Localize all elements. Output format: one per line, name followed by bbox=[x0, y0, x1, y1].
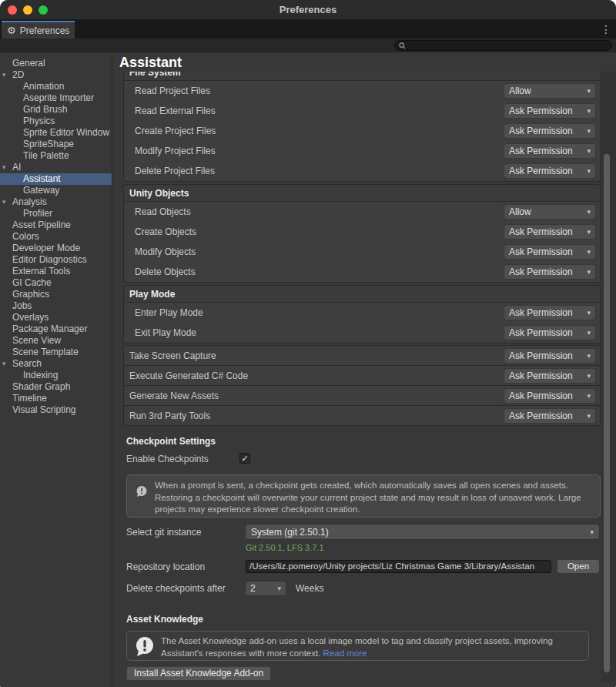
dropdown-value: Ask Permission bbox=[509, 146, 573, 156]
permission-dropdown[interactable]: Ask Permission▾ bbox=[504, 245, 595, 259]
dropdown-value: Ask Permission bbox=[509, 350, 573, 361]
sidebar-item-external-tools[interactable]: External Tools bbox=[0, 266, 112, 277]
expander-caret-icon[interactable]: ▾ bbox=[2, 69, 6, 81]
sidebar-item-label: Profiler bbox=[23, 208, 52, 219]
scrollbar-thumb[interactable] bbox=[604, 154, 610, 672]
sidebar-item-gateway[interactable]: Gateway bbox=[0, 185, 112, 196]
permission-dropdown[interactable]: Ask Permission▾ bbox=[504, 369, 595, 383]
enable-checkpoints-label: Enable Checkpoints bbox=[126, 454, 209, 464]
permission-section-play-mode: Play ModeEnter Play ModeAsk Permission▾E… bbox=[123, 285, 601, 344]
chevron-down-icon: ▾ bbox=[590, 528, 594, 536]
sidebar-item-assistant[interactable]: Assistant bbox=[0, 173, 112, 185]
sidebar-item-asset-pipeline[interactable]: Asset Pipeline bbox=[0, 220, 112, 231]
delete-after-dropdown[interactable]: 2 ▾ bbox=[246, 581, 286, 595]
sidebar-item-sprite-editor-window[interactable]: Sprite Editor Window bbox=[0, 127, 112, 139]
permission-dropdown[interactable]: Ask Permission▾ bbox=[504, 265, 595, 279]
sidebar-item-tile-palette[interactable]: Tile Palette bbox=[0, 150, 112, 162]
permission-row: Run 3rd Party ToolsAsk Permission▾ bbox=[123, 405, 601, 426]
permission-dropdown[interactable]: Ask Permission▾ bbox=[504, 326, 595, 340]
gear-icon: ⚙ bbox=[7, 25, 16, 35]
sidebar-item-indexing[interactable]: Indexing bbox=[0, 370, 112, 381]
sidebar-item-spriteshape[interactable]: SpriteShape bbox=[0, 139, 112, 150]
sidebar-item-ai[interactable]: ▾AI bbox=[0, 162, 112, 173]
permission-row: Execute Generated C# CodeAsk Permission▾ bbox=[123, 365, 601, 386]
permission-dropdown[interactable]: Ask Permission▾ bbox=[504, 225, 595, 239]
expander-caret-icon[interactable]: ▾ bbox=[2, 196, 6, 208]
search-input[interactable] bbox=[409, 42, 601, 50]
sidebar-item-package-manager[interactable]: Package Manager bbox=[0, 323, 112, 335]
install-asset-knowledge-button[interactable]: Install Asset Knowledge Add-on bbox=[126, 666, 271, 681]
sidebar-item-colors[interactable]: Colors bbox=[0, 231, 112, 243]
asset-knowledge-header: Asset Knowledge bbox=[126, 614, 203, 625]
sidebar-item-physics[interactable]: Physics bbox=[0, 116, 112, 127]
sidebar-item-scene-template[interactable]: Scene Template bbox=[0, 347, 112, 358]
sidebar-item-shader-graph[interactable]: Shader Graph bbox=[0, 381, 112, 393]
enable-checkpoints-checkbox[interactable]: ✓ bbox=[239, 453, 250, 464]
dropdown-value: Allow bbox=[509, 85, 531, 96]
sidebar-item-timeline[interactable]: Timeline bbox=[0, 393, 112, 404]
permission-dropdown[interactable]: Ask Permission▾ bbox=[504, 104, 595, 118]
sidebar-item-grid-brush[interactable]: Grid Brush bbox=[0, 104, 112, 116]
git-instance-dropdown[interactable]: System (git 2.50.1) ▾ bbox=[246, 524, 599, 539]
permission-label: Delete Objects bbox=[135, 266, 196, 277]
sidebar-item-gi-cache[interactable]: GI Cache bbox=[0, 277, 112, 289]
chevron-down-icon: ▾ bbox=[587, 87, 591, 95]
sidebar-item-general[interactable]: General bbox=[0, 58, 112, 69]
permission-dropdown[interactable]: Ask Permission▾ bbox=[504, 306, 595, 320]
sidebar-item-editor-diagnostics[interactable]: Editor Diagnostics bbox=[0, 254, 112, 266]
permission-label: Generate New Assets bbox=[129, 390, 219, 401]
chevron-down-icon: ▾ bbox=[587, 147, 591, 155]
tab-preferences[interactable]: ⚙ Preferences bbox=[2, 21, 75, 39]
sidebar-item-label: Grid Brush bbox=[23, 104, 67, 115]
sidebar-item-label: Scene Template bbox=[12, 347, 79, 357]
tab-label: Preferences bbox=[20, 25, 70, 36]
checkmark-icon: ✓ bbox=[241, 454, 248, 463]
permission-row: Create Project FilesAsk Permission▾ bbox=[124, 121, 600, 141]
git-version-status: Git 2.50.1, LFS 3.7.1 bbox=[246, 543, 324, 552]
sidebar-item-jobs[interactable]: Jobs bbox=[0, 300, 112, 312]
scrollbar-track[interactable] bbox=[601, 72, 616, 682]
sidebar-item-label: GI Cache bbox=[12, 277, 52, 288]
dropdown-value: Ask Permission bbox=[509, 266, 573, 277]
sidebar-item-label: Jobs bbox=[12, 300, 32, 311]
chevron-down-icon: ▾ bbox=[587, 268, 591, 276]
permission-dropdown[interactable]: Allow▾ bbox=[504, 84, 595, 98]
permission-label: Run 3rd Party Tools bbox=[129, 411, 210, 421]
permission-dropdown[interactable]: Allow▾ bbox=[504, 205, 595, 219]
permission-dropdown[interactable]: Ask Permission▾ bbox=[504, 409, 595, 423]
sidebar-item-animation[interactable]: Animation bbox=[0, 81, 112, 92]
sidebar-item-label: Aseprite Importer bbox=[23, 92, 94, 103]
sidebar-item-label: Animation bbox=[23, 81, 64, 92]
chevron-down-icon: ▾ bbox=[587, 329, 591, 337]
sidebar-item-developer-mode[interactable]: Developer Mode bbox=[0, 243, 112, 254]
sidebar-item-aseprite-importer[interactable]: Aseprite Importer bbox=[0, 92, 112, 104]
open-repository-button[interactable]: Open bbox=[557, 560, 599, 573]
sidebar-item-label: Physics bbox=[23, 116, 55, 126]
sidebar-item-search[interactable]: ▾Search bbox=[0, 358, 112, 370]
permission-dropdown[interactable]: Ask Permission▾ bbox=[504, 349, 595, 363]
section-header: Unity Objects bbox=[124, 185, 600, 202]
permission-dropdown[interactable]: Ask Permission▾ bbox=[504, 389, 595, 403]
permission-label: Read External Files bbox=[135, 106, 216, 116]
permission-dropdown[interactable]: Ask Permission▾ bbox=[504, 124, 595, 138]
sidebar-item-overlays[interactable]: Overlays bbox=[0, 312, 112, 323]
permission-row: Enter Play ModeAsk Permission▾ bbox=[124, 303, 600, 323]
expander-caret-icon[interactable]: ▾ bbox=[2, 162, 6, 173]
sidebar-item-graphics[interactable]: Graphics bbox=[0, 289, 112, 300]
sidebar-item-analysis[interactable]: ▾Analysis bbox=[0, 196, 112, 208]
dropdown-value: Ask Permission bbox=[509, 411, 573, 421]
permission-dropdown[interactable]: Ask Permission▾ bbox=[504, 144, 595, 158]
window-menu-button[interactable]: ⋮ bbox=[601, 23, 611, 35]
search-box[interactable] bbox=[394, 40, 612, 51]
permission-dropdown[interactable]: Ask Permission▾ bbox=[504, 164, 595, 178]
read-more-link[interactable]: Read more bbox=[323, 648, 367, 658]
dropdown-value: Ask Permission bbox=[509, 226, 573, 237]
permission-row: Create ObjectsAsk Permission▾ bbox=[124, 222, 600, 242]
expander-caret-icon[interactable]: ▾ bbox=[2, 358, 6, 370]
sidebar-item-visual-scripting[interactable]: Visual Scripting bbox=[0, 404, 112, 416]
repository-location-field[interactable]: /Users/liz.pomeroy/Unity projects/Liz Ch… bbox=[246, 560, 551, 573]
sidebar-item-profiler[interactable]: Profiler bbox=[0, 208, 112, 220]
settings-panel: Assistant File SystemRead Project FilesA… bbox=[113, 52, 616, 687]
sidebar-item-2d[interactable]: ▾2D bbox=[0, 69, 112, 81]
sidebar-item-scene-view[interactable]: Scene View bbox=[0, 335, 112, 347]
